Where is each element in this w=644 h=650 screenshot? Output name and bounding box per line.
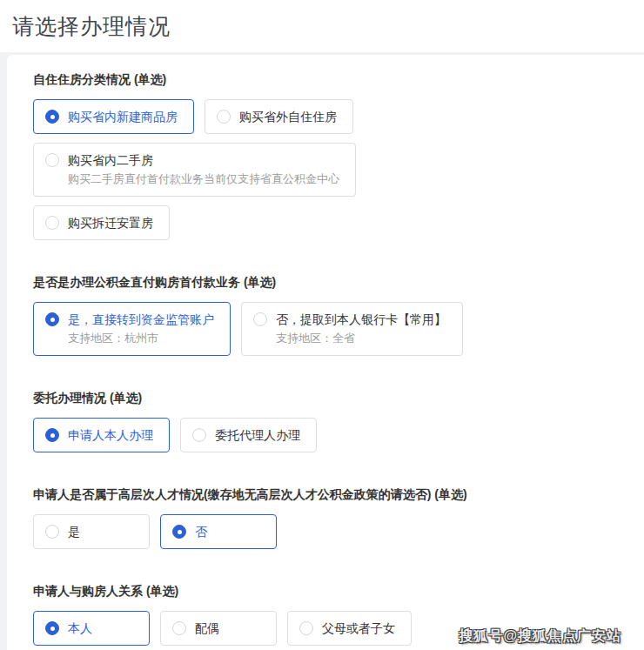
form-section: 委托办理情况 (单选)申请人本人办理委托代理人办理 <box>33 389 627 452</box>
radio-selected-icon <box>172 525 186 539</box>
option-label: 否 <box>195 524 207 539</box>
screen: 请选择办理情况 自住住房分类情况 (单选)购买省内新建商品房购买省外自住住房购买… <box>0 0 644 650</box>
option-label: 购买省内新建商品房 <box>68 109 178 124</box>
form-section: 申请人是否属于高层次人才情况(缴存地无高层次人才公积金政策的请选否) (单选)是… <box>33 486 627 549</box>
section-title: 申请人与购房人关系 (单选) <box>33 582 627 600</box>
option-texts: 购买省内新建商品房 <box>68 109 178 124</box>
radio-icon <box>172 621 186 635</box>
option-box[interactable]: 购买省内二手房购买二手房直付首付款业务当前仅支持省直公积金中心 <box>33 143 356 197</box>
option-box[interactable]: 购买拆迁安置房 <box>33 205 170 240</box>
option-subtext: 购买二手房直付首付款业务当前仅支持省直公积金中心 <box>68 171 339 187</box>
option-row: 购买拆迁安置房 <box>33 205 627 240</box>
option-texts: 父母或者子女 <box>322 620 395 636</box>
radio-icon <box>192 428 206 442</box>
radio-icon <box>299 621 313 635</box>
radio-selected-icon <box>45 428 59 442</box>
option-texts: 是，直接转到资金监管账户支持地区：杭州市 <box>68 312 214 346</box>
option-box[interactable]: 购买省内新建商品房 <box>33 99 194 134</box>
option-box[interactable]: 申请人本人办理 <box>33 418 170 452</box>
form-section: 是否是办理公积金直付购房首付款业务 (单选)是，直接转到资金监管账户支持地区：杭… <box>33 273 627 356</box>
option-subtext: 支持地区：杭州市 <box>68 331 214 346</box>
form-section: 自住住房分类情况 (单选)购买省内新建商品房购买省外自住住房购买省内二手房购买二… <box>33 70 627 240</box>
watermark: 搜狐号@搜狐焦点广安站 <box>459 627 621 646</box>
option-subtext: 支持地区：全省 <box>276 331 446 346</box>
option-box[interactable]: 委托代理人办理 <box>180 418 317 452</box>
option-texts: 是 <box>68 524 80 539</box>
radio-icon <box>45 525 59 539</box>
option-texts: 购买省外自住住房 <box>239 109 337 124</box>
title-bar: 请选择办理情况 <box>0 0 644 52</box>
option-box[interactable]: 本人 <box>33 611 150 646</box>
radio-icon <box>217 110 231 124</box>
option-label: 是，直接转到资金监管账户 <box>68 312 214 327</box>
form-card: 自住住房分类情况 (单选)购买省内新建商品房购买省外自住住房购买省内二手房购买二… <box>7 55 644 650</box>
option-texts: 申请人本人办理 <box>68 427 153 443</box>
option-box[interactable]: 父母或者子女 <box>287 611 412 646</box>
radio-icon <box>45 153 59 167</box>
radio-icon <box>253 312 267 326</box>
option-row: 是否 <box>33 514 627 549</box>
option-row: 申请人本人办理委托代理人办理 <box>33 418 627 452</box>
option-texts: 否 <box>195 524 207 539</box>
option-box[interactable]: 否，提取到本人银行卡【常用】支持地区：全省 <box>241 302 463 356</box>
option-label: 配偶 <box>195 620 219 636</box>
option-label: 是 <box>68 524 80 539</box>
option-label: 申请人本人办理 <box>68 427 153 443</box>
option-texts: 配偶 <box>195 620 219 636</box>
section-title: 是否是办理公积金直付购房首付款业务 (单选) <box>33 273 627 291</box>
option-box[interactable]: 配偶 <box>160 611 277 646</box>
option-texts: 购买省内二手房购买二手房直付首付款业务当前仅支持省直公积金中心 <box>68 152 339 187</box>
option-label: 否，提取到本人银行卡【常用】 <box>276 312 446 327</box>
option-label: 本人 <box>68 620 92 636</box>
option-box[interactable]: 是，直接转到资金监管账户支持地区：杭州市 <box>33 302 231 356</box>
option-texts: 购买拆迁安置房 <box>68 215 153 231</box>
option-label: 购买省内二手房 <box>68 152 339 168</box>
radio-selected-icon <box>45 312 59 326</box>
option-box[interactable]: 是 <box>33 514 150 549</box>
option-row: 购买省内二手房购买二手房直付首付款业务当前仅支持省直公积金中心 <box>33 143 627 197</box>
option-label: 父母或者子女 <box>322 620 395 636</box>
page-title: 请选择办理情况 <box>12 12 171 41</box>
radio-icon <box>45 216 59 230</box>
option-row: 是，直接转到资金监管账户支持地区：杭州市否，提取到本人银行卡【常用】支持地区：全… <box>33 302 627 356</box>
option-texts: 本人 <box>68 620 92 636</box>
option-row: 购买省内新建商品房购买省外自住住房 <box>33 99 627 134</box>
option-box[interactable]: 否 <box>160 514 277 549</box>
section-title: 申请人是否属于高层次人才情况(缴存地无高层次人才公积金政策的请选否) (单选) <box>33 486 627 504</box>
form-sections: 自住住房分类情况 (单选)购买省内新建商品房购买省外自住住房购买省内二手房购买二… <box>33 70 627 646</box>
option-label: 购买拆迁安置房 <box>68 215 153 231</box>
section-title: 自住住房分类情况 (单选) <box>33 70 627 89</box>
option-texts: 委托代理人办理 <box>215 427 300 443</box>
option-label: 委托代理人办理 <box>215 427 300 443</box>
option-box[interactable]: 购买省外自住住房 <box>205 99 353 134</box>
radio-selected-icon <box>45 621 59 635</box>
section-title: 委托办理情况 (单选) <box>33 389 627 407</box>
option-label: 购买省外自住住房 <box>239 109 337 124</box>
option-texts: 否，提取到本人银行卡【常用】支持地区：全省 <box>276 312 446 346</box>
radio-selected-icon <box>45 110 59 124</box>
